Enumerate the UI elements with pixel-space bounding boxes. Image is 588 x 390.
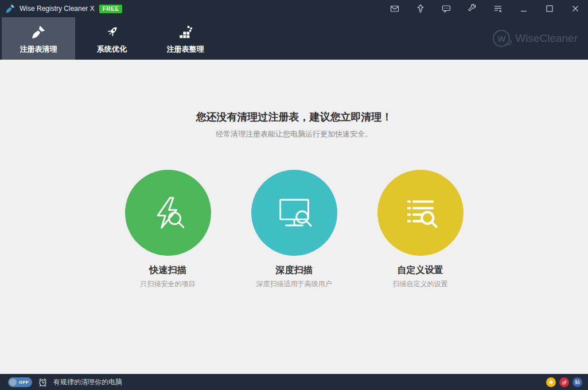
feedback-icon[interactable] bbox=[433, 0, 459, 17]
wisecleaner-logo-text: WiseCleaner bbox=[515, 32, 578, 45]
upgrade-icon[interactable] bbox=[407, 0, 433, 17]
menu-icon[interactable] bbox=[485, 0, 511, 17]
maximize-icon[interactable] bbox=[536, 0, 562, 17]
custom-settings-button[interactable]: 自定义设置 扫描自定义的设置 bbox=[377, 170, 464, 289]
tab-bar: 注册表清理 系统优化 bbox=[0, 17, 588, 60]
quick-scan-button[interactable]: 快速扫描 只扫描安全的项目 bbox=[125, 170, 211, 289]
share-buttons: 贴 bbox=[546, 377, 582, 387]
app-window: Wise Registry Cleaner X FREE bbox=[0, 0, 588, 390]
titlebar: Wise Registry Cleaner X FREE bbox=[0, 0, 588, 17]
tab-label: 注册表清理 bbox=[20, 44, 57, 54]
action-subtitle: 扫描自定义的设置 bbox=[377, 279, 464, 289]
tab-system-tuneup[interactable]: 系统优化 bbox=[75, 17, 149, 60]
action-title: 自定义设置 bbox=[377, 264, 464, 276]
wisecleaner-brand: W WiseCleaner bbox=[493, 17, 578, 60]
main-content: 您还没有清理过注册表，建议您立即清理！ 经常清理注册表能让您电脑运行更加快速安全… bbox=[0, 60, 588, 374]
page-subtitle: 经常清理注册表能让您电脑运行更加快速安全。 bbox=[0, 129, 588, 139]
lightning-scan-icon[interactable] bbox=[125, 170, 211, 256]
tieba-glyph: 贴 bbox=[575, 380, 580, 385]
minimize-icon[interactable] bbox=[511, 0, 536, 17]
action-subtitle: 只扫描安全的项目 bbox=[125, 279, 211, 289]
schedule-text: 有规律的清理你的电脑 bbox=[53, 377, 122, 387]
schedule-toggle[interactable]: OFF bbox=[8, 377, 32, 387]
toggle-state-label: OFF bbox=[19, 380, 29, 385]
free-badge: FREE bbox=[99, 5, 123, 13]
app-logo-icon bbox=[5, 3, 16, 14]
tab-registry-cleaner[interactable]: 注册表清理 bbox=[2, 17, 75, 60]
action-title: 深度扫描 bbox=[251, 264, 337, 276]
close-icon[interactable] bbox=[562, 0, 588, 17]
deep-scan-button[interactable]: 深度扫描 深度扫描适用于高级用户 bbox=[251, 170, 337, 289]
alarm-clock-icon bbox=[38, 377, 48, 387]
action-title: 快速扫描 bbox=[125, 264, 211, 276]
qzone-icon[interactable] bbox=[546, 377, 556, 387]
toggle-knob bbox=[9, 379, 17, 386]
monitor-scan-icon[interactable] bbox=[251, 170, 337, 256]
status-bar: OFF 有规律的清理你的电脑 bbox=[0, 374, 588, 390]
defrag-icon bbox=[177, 23, 193, 40]
weibo-icon[interactable] bbox=[559, 377, 569, 387]
wrench-icon[interactable] bbox=[459, 0, 485, 17]
page-title: 您还没有清理过注册表，建议您立即清理！ bbox=[0, 60, 588, 124]
tab-label: 注册表整理 bbox=[167, 44, 204, 54]
tieba-icon[interactable]: 贴 bbox=[573, 377, 582, 387]
mail-icon[interactable] bbox=[381, 0, 407, 17]
rocket-icon bbox=[104, 23, 120, 40]
tab-label: 系统优化 bbox=[97, 44, 127, 54]
scan-actions: 快速扫描 只扫描安全的项目 深度扫描 深度扫描适用于高级用户 bbox=[0, 170, 588, 289]
window-title: Wise Registry Cleaner X bbox=[20, 5, 95, 13]
tab-registry-defrag[interactable]: 注册表整理 bbox=[149, 17, 222, 60]
brush-icon bbox=[30, 23, 46, 40]
wisecleaner-logo-icon: W bbox=[493, 30, 510, 47]
action-subtitle: 深度扫描适用于高级用户 bbox=[251, 279, 337, 289]
list-scan-icon[interactable] bbox=[377, 170, 464, 256]
